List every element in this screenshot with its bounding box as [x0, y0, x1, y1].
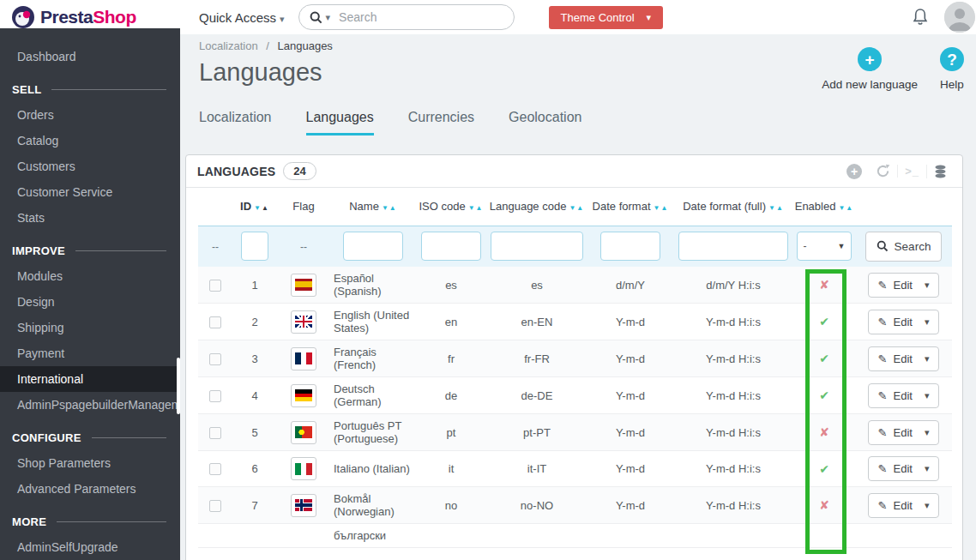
table-search-button[interactable]: Search	[865, 232, 943, 262]
row-checkbox[interactable]	[209, 463, 221, 475]
edit-button[interactable]: ✎Edit▾	[868, 456, 940, 481]
chevron-down-icon[interactable]: ▾	[925, 280, 930, 291]
sidebar-item-shop-parameters[interactable]: Shop Parameters	[0, 450, 180, 476]
pencil-icon: ✎	[878, 426, 888, 439]
tab-geolocation[interactable]: Geolocation	[509, 110, 581, 135]
sidebar-item-adminselfupgrade[interactable]: AdminSelfUpgrade	[0, 534, 180, 560]
sidebar-item-modules[interactable]: Modules	[0, 263, 180, 289]
languages-panel: LANGUAGES 24 + >_	[185, 154, 963, 560]
show-sql-query-button[interactable]: >_	[897, 165, 926, 178]
sidebar-item-shipping[interactable]: Shipping	[0, 315, 180, 340]
sort-desc-icon: ▼	[569, 204, 576, 212]
sort-asc-icon: ▲	[389, 204, 397, 212]
pencil-icon: ✎	[878, 462, 888, 475]
sort-by-iso-code[interactable]: ISO code▼▲	[419, 200, 483, 213]
status-enabled-icon[interactable]: ✔	[819, 462, 829, 476]
chevron-down-icon[interactable]: ▾	[925, 316, 930, 328]
chevron-down-icon[interactable]: ▾	[925, 463, 930, 474]
chevron-down-icon: ▾	[647, 12, 652, 23]
sidebar-item-design[interactable]: Design	[0, 289, 180, 315]
sidebar-section-configure: CONFIGURE	[0, 431, 180, 444]
chevron-down-icon[interactable]: ▾	[925, 353, 930, 364]
filter-name-input[interactable]	[343, 232, 403, 261]
filter-row: -- -- -▼ Search	[198, 226, 952, 267]
export-sql-button[interactable]	[926, 165, 954, 178]
column-header-row: ID▼▲ Flag Name▼▲ ISO code▼▲ Language cod…	[198, 188, 952, 226]
edit-button[interactable]: ✎Edit▾	[868, 346, 940, 371]
edit-button[interactable]: ✎Edit▾	[868, 310, 940, 334]
sidebar-nav: Dashboard SELL Orders Catalog Customers …	[0, 28, 180, 560]
sidebar-item-advanced-parameters[interactable]: Advanced Parameters	[0, 476, 180, 502]
tab-languages[interactable]: Languages	[306, 110, 374, 135]
chevron-down-icon[interactable]: ▾	[925, 427, 930, 438]
sidebar-item-dashboard[interactable]: Dashboard	[0, 44, 180, 69]
sort-by-enabled[interactable]: Enabled▼▲	[795, 200, 854, 213]
sort-by-name[interactable]: Name▼▲	[349, 200, 397, 213]
logo-text: PrestaShop	[40, 7, 136, 27]
sidebar-item-customer-service[interactable]: Customer Service	[0, 179, 180, 205]
sort-by-language-code[interactable]: Language code▼▲	[490, 200, 585, 213]
notifications-bell-icon[interactable]	[912, 8, 929, 27]
edit-button[interactable]: ✎Edit▾	[868, 420, 940, 445]
sort-by-date-format[interactable]: Date format▼▲	[593, 200, 669, 213]
status-disabled-icon[interactable]: ✘	[819, 498, 829, 512]
help-button[interactable]: ? Help	[940, 47, 964, 91]
tab-localization[interactable]: Localization	[199, 110, 272, 135]
sort-desc-icon: ▼	[254, 204, 262, 212]
refresh-list-button[interactable]	[869, 164, 897, 178]
sort-by-date-format-full[interactable]: Date format (full)▼▲	[683, 200, 784, 213]
row-checkbox[interactable]	[209, 427, 221, 439]
sort-desc-icon: ▼	[382, 204, 389, 212]
edit-button[interactable]: ✎Edit▾	[868, 383, 940, 408]
status-enabled-icon[interactable]: ✔	[819, 352, 829, 365]
search-placeholder: Search	[339, 10, 377, 24]
sidebar-item-customers[interactable]: Customers	[0, 154, 180, 179]
search-scope-caret-icon[interactable]: ▾	[326, 12, 331, 23]
sidebar-item-stats[interactable]: Stats	[0, 205, 180, 231]
breadcrumb-current: Languages	[278, 39, 333, 52]
sidebar-item-international[interactable]: International	[0, 366, 180, 392]
chevron-down-icon[interactable]: ▾	[925, 390, 930, 401]
row-checkbox[interactable]	[209, 500, 221, 512]
user-avatar[interactable]	[944, 2, 975, 33]
sort-asc-icon: ▲	[476, 204, 484, 212]
theme-control-button[interactable]: Theme Control▾	[549, 6, 664, 29]
sidebar-item-payment[interactable]: Payment	[0, 340, 180, 366]
add-language-icon-button[interactable]: +	[840, 164, 869, 179]
prestashop-logo[interactable]: PrestaShop	[0, 3, 180, 32]
filter-date-format-input[interactable]	[600, 232, 660, 261]
main-content: Localization / Languages Languages + Add…	[180, 34, 976, 560]
status-disabled-icon[interactable]: ✘	[819, 278, 829, 292]
flag-icon	[291, 457, 316, 480]
status-enabled-icon[interactable]: ✔	[819, 388, 829, 402]
add-new-language-button[interactable]: + Add new language	[822, 47, 918, 91]
sidebar-item-orders[interactable]: Orders	[0, 102, 180, 128]
filter-date-format-full-input[interactable]	[678, 232, 789, 261]
sidebar-scrollbar-thumb[interactable]	[177, 358, 180, 414]
flag-icon	[291, 494, 316, 517]
sidebar-item-adminpspagebuilder[interactable]: AdminPspagebuilderManagem...	[0, 392, 180, 418]
filter-iso-code-input[interactable]	[421, 232, 481, 261]
edit-button[interactable]: ✎Edit▾	[868, 493, 940, 518]
pencil-icon: ✎	[878, 279, 888, 292]
breadcrumb-localization-link[interactable]: Localization	[199, 39, 258, 52]
sidebar-item-catalog[interactable]: Catalog	[0, 128, 180, 154]
row-checkbox[interactable]	[209, 390, 221, 402]
row-checkbox[interactable]	[209, 280, 221, 292]
row-checkbox[interactable]	[209, 353, 221, 365]
quick-access-dropdown[interactable]: Quick Access▾	[199, 10, 285, 25]
filter-language-code-input[interactable]	[491, 232, 584, 261]
sort-by-id[interactable]: ID▼▲	[240, 200, 269, 213]
edit-button[interactable]: ✎Edit▾	[868, 273, 940, 298]
status-disabled-icon[interactable]: ✘	[819, 425, 829, 439]
row-checkbox[interactable]	[209, 316, 221, 328]
tab-currencies[interactable]: Currencies	[408, 110, 474, 135]
global-search-input[interactable]: ▾ Search	[298, 4, 515, 30]
flag-icon	[291, 347, 316, 370]
plus-circle-icon: +	[858, 47, 882, 71]
status-enabled-icon[interactable]: ✔	[819, 315, 829, 328]
filter-id-input[interactable]	[241, 232, 268, 261]
filter-enabled-select[interactable]: -▼	[797, 232, 852, 261]
sort-desc-icon: ▼	[468, 204, 476, 212]
chevron-down-icon[interactable]: ▾	[925, 500, 930, 511]
